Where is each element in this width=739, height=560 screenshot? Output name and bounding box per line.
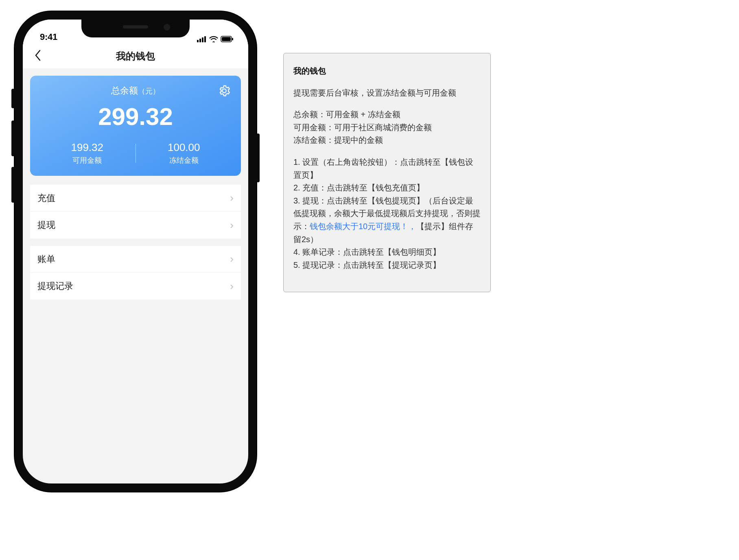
status-icons [197,36,234,42]
notch [81,20,190,37]
phone-screen: 9:41 我的钱包 总余额（元） [23,20,248,483]
frozen-col: 100.00 冻结金额 [136,141,232,165]
balance-split: 199.32 可用金额 100.00 冻结金额 [39,141,232,165]
total-balance: 299.32 [39,103,232,131]
back-button[interactable] [31,49,45,63]
svg-rect-5 [222,37,231,41]
balance-title: 总余额 [111,85,138,96]
menu-recharge-label: 充值 [37,192,55,204]
balance-card: 总余额（元） 299.32 199.32 可用金额 100.00 [30,76,241,176]
spec-title: 我的钱包 [293,65,481,78]
chevron-right-icon: › [230,219,234,232]
wifi-icon [209,36,218,42]
spec-p3a: 1. 设置（右上角齿轮按钮）：点击跳转至【钱包设置页】 2. 充值：点击跳转至【… [293,158,481,231]
available-col: 199.32 可用金额 [39,141,136,165]
chevron-right-icon: › [230,253,234,265]
nav-bar: 我的钱包 [23,44,248,68]
svg-rect-3 [204,36,206,42]
card-head: 总余额（元） [39,85,232,97]
status-time: 9:41 [40,32,57,42]
available-label: 可用金额 [39,155,136,165]
side-button-vol-down [11,167,15,203]
frozen-label: 冻结金额 [136,155,232,165]
side-button-mute [11,89,15,108]
menu-withdraw-label: 提现 [37,219,55,231]
available-value: 199.32 [39,141,136,154]
svg-rect-0 [197,40,199,42]
notch-speaker [123,25,148,28]
spec-p2: 总余额：可用金额 + 冻结金额 可用金额：可用于社区商城消费的金额 冻结金额：提… [293,108,481,147]
chevron-left-icon [34,50,42,61]
content: 总余额（元） 299.32 199.32 可用金额 100.00 [23,68,248,307]
chevron-right-icon: › [230,280,234,293]
spec-p3: 1. 设置（右上角齿轮按钮）：点击跳转至【钱包设置页】 2. 充值：点击跳转至【… [293,156,481,271]
menu-withdraw[interactable]: 提现 › [30,212,241,238]
page-title: 我的钱包 [116,50,155,63]
signal-icon [197,36,207,42]
gear-icon [218,85,230,97]
svg-rect-6 [232,38,233,40]
svg-rect-1 [199,39,201,42]
menu-bill-label: 账单 [37,253,55,265]
side-button-power [256,133,260,182]
menu-recharge[interactable]: 充值 › [30,185,241,212]
settings-button[interactable] [218,85,230,99]
side-button-vol-up [11,120,15,156]
phone-frame: 9:41 我的钱包 总余额（元） [15,11,256,492]
spec-p3-link: 钱包余额大于10元可提现！， [310,222,416,231]
menu-withdraw-log-label: 提现记录 [37,280,73,292]
menu-group-1: 充值 › 提现 › [30,185,241,238]
spec-p1: 提现需要后台审核，设置冻结金额与可用金额 [293,87,481,100]
chevron-right-icon: › [230,192,234,204]
spec-panel: 我的钱包 提现需要后台审核，设置冻结金额与可用金额 总余额：可用金额 + 冻结金… [283,53,491,292]
canvas: 9:41 我的钱包 总余额（元） [0,0,496,376]
menu-group-2: 账单 › 提现记录 › [30,246,241,300]
balance-unit: （元） [138,87,160,95]
menu-bill[interactable]: 账单 › [30,246,241,273]
frozen-value: 100.00 [136,141,232,154]
svg-rect-2 [202,37,203,42]
battery-icon [221,36,234,42]
menu-withdraw-log[interactable]: 提现记录 › [30,273,241,300]
notch-camera [164,24,170,31]
